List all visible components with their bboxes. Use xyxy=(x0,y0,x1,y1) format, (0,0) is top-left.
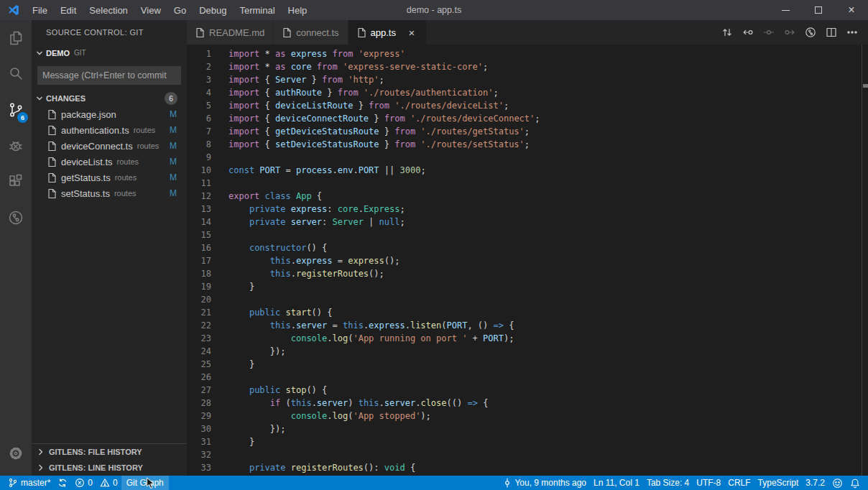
error-icon xyxy=(75,478,85,488)
status-indentation[interactable]: Tab Size: 4 xyxy=(643,476,693,490)
code-line-7: 7import { getDeviceStatusRoute } from '.… xyxy=(187,125,868,138)
toggle-blame-icon[interactable] xyxy=(763,27,775,38)
token: import xyxy=(228,101,265,111)
status-blame-annotation[interactable]: You, 9 months ago xyxy=(499,476,590,490)
status-git-graph-status[interactable]: Git Graph xyxy=(121,476,169,490)
window-title: demo - app.ts xyxy=(407,5,461,15)
tab-connect.ts[interactable]: connect.ts xyxy=(274,20,348,45)
changed-file-deviceConnect.ts[interactable]: deviceConnect.tsroutesM xyxy=(32,138,187,154)
activity-item-explorer[interactable] xyxy=(0,20,32,56)
menu-view[interactable]: View xyxy=(134,0,167,20)
status-sync-status[interactable] xyxy=(54,476,71,490)
line-text: this.server = this.express.listen(PORT, … xyxy=(211,319,514,332)
file-status-modified: M xyxy=(170,141,177,151)
token: . xyxy=(333,165,338,175)
status-eol[interactable]: CRLF xyxy=(724,476,754,490)
code-editor[interactable]: 1import * as express from 'express'2impo… xyxy=(187,45,868,476)
token: PORT xyxy=(259,165,285,175)
file-icon xyxy=(47,141,57,152)
line-text: constructor() { xyxy=(211,241,327,254)
minimize-button[interactable] xyxy=(769,0,802,20)
menu-selection[interactable]: Selection xyxy=(83,0,134,20)
activity-item-gitlens[interactable] xyxy=(0,200,32,236)
more-actions-icon[interactable] xyxy=(846,27,858,38)
token: import xyxy=(228,139,265,149)
commit-message-input[interactable] xyxy=(37,66,181,85)
status-feedback[interactable] xyxy=(828,476,846,490)
token: core xyxy=(291,62,317,72)
next-change-icon[interactable] xyxy=(784,27,795,38)
changed-file-setStatus.ts[interactable]: setStatus.tsroutesM xyxy=(32,185,187,201)
tab-README.md[interactable]: README.md xyxy=(187,20,274,45)
line-number: 13 xyxy=(187,203,211,216)
token xyxy=(228,269,270,279)
token: as xyxy=(275,49,291,59)
token: Server xyxy=(333,217,369,227)
activity-item-search[interactable] xyxy=(0,56,32,92)
token: { xyxy=(410,463,415,473)
status-encoding[interactable]: UTF-8 xyxy=(693,476,724,490)
menu-edit[interactable]: Edit xyxy=(54,0,83,20)
previous-change-icon[interactable] xyxy=(742,27,754,38)
tab-app.ts[interactable]: app.ts× xyxy=(348,20,427,45)
activity-item-extensions[interactable] xyxy=(0,164,32,200)
token: . xyxy=(327,333,332,343)
repo-header[interactable]: DEMO GIT xyxy=(32,45,187,61)
menu-file[interactable]: File xyxy=(26,0,54,20)
status-label: 0 xyxy=(113,478,118,488)
code-line-8: 8import { setDeviceStatusRoute } from '.… xyxy=(187,138,868,151)
activity-item-debug[interactable] xyxy=(0,128,32,164)
gitlens-graph-icon[interactable] xyxy=(805,27,816,38)
token: export xyxy=(228,191,265,201)
token: this xyxy=(270,256,291,266)
token: import xyxy=(228,114,265,124)
token: private xyxy=(249,217,291,227)
editor-area: README.mdconnect.tsapp.ts× 1import * as … xyxy=(187,20,868,476)
maximize-button[interactable] xyxy=(802,0,835,20)
changed-file-authentication.ts[interactable]: authentication.tsroutesM xyxy=(32,122,187,138)
changes-section-header[interactable]: CHANGES 6 xyxy=(32,91,187,106)
status-language-mode[interactable]: TypeScript xyxy=(754,476,803,490)
token: from xyxy=(338,88,364,98)
line-text: } xyxy=(211,280,254,293)
token: public xyxy=(249,308,286,318)
file-icon xyxy=(282,27,292,38)
changed-file-getStatus.ts[interactable]: getStatus.tsroutesM xyxy=(32,170,187,185)
status-git-branch-status[interactable]: master* xyxy=(4,476,54,490)
file-name: package.json xyxy=(61,109,116,120)
changed-file-deviceList.ts[interactable]: deviceList.tsroutesM xyxy=(32,154,187,170)
status-warnings-status[interactable]: 0 xyxy=(96,476,121,490)
open-changes-icon[interactable] xyxy=(721,27,733,38)
chevron-right-icon xyxy=(36,447,46,457)
panel-gitlens-file-history[interactable]: GITLENS: FILE HISTORY xyxy=(32,444,187,460)
menu-go[interactable]: Go xyxy=(167,0,193,20)
file-icon xyxy=(357,27,366,38)
token: ); xyxy=(420,411,430,421)
file-status-modified: M xyxy=(170,157,177,167)
activity-item-source-control[interactable]: 6 xyxy=(0,92,32,128)
panel-gitlens-line-history[interactable]: GITLENS: LINE HISTORY xyxy=(32,460,187,476)
token: } xyxy=(228,437,254,447)
editor-scrollbar[interactable] xyxy=(862,45,868,476)
status-typescript-version[interactable]: 3.7.2 xyxy=(802,476,828,490)
menu-help[interactable]: Help xyxy=(282,0,314,20)
activity-item-manage[interactable] xyxy=(0,435,32,471)
status-notifications[interactable] xyxy=(846,476,864,490)
token: registerRoutes xyxy=(291,463,364,473)
token: ); xyxy=(504,333,514,343)
token: ; xyxy=(379,75,384,85)
status-errors-status[interactable]: 0 xyxy=(71,476,96,490)
token: 'App stopped' xyxy=(353,411,420,421)
status-right: You, 9 months agoLn 11, Col 1Tab Size: 4… xyxy=(499,476,864,490)
token: . xyxy=(291,269,296,279)
changed-file-package.json[interactable]: package.jsonM xyxy=(32,106,187,122)
status-cursor-position[interactable]: Ln 11, Col 1 xyxy=(590,476,643,490)
tab-close-icon[interactable]: × xyxy=(406,27,417,38)
split-editor-icon[interactable] xyxy=(826,27,837,38)
extensions-icon xyxy=(7,173,24,190)
token: }); xyxy=(228,346,285,356)
menu-terminal[interactable]: Terminal xyxy=(233,0,281,20)
close-button[interactable]: × xyxy=(835,0,868,20)
menu-debug[interactable]: Debug xyxy=(193,0,233,20)
status-left: master*00Git Graph xyxy=(4,476,169,490)
